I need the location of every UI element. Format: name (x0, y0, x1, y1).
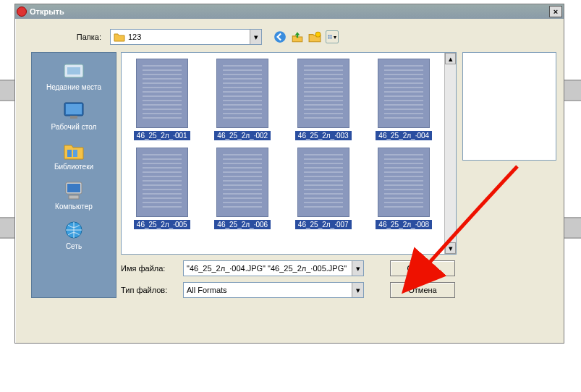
place-label: Компьютер (55, 203, 93, 210)
folder-label: Папка: (22, 33, 106, 41)
file-item[interactable]: 46_25_2л_·002 (205, 59, 281, 140)
file-list[interactable]: 46_25_2л_·001 46_25_2л_·002 46_25_2л_·00… (121, 52, 457, 255)
folder-icon (114, 31, 125, 43)
filetype-value: All Formats (184, 286, 352, 294)
desktop-icon (62, 100, 86, 122)
filename-value: "46_25_2л_·004.JPG" "46_25_2л_·005.JPG" (184, 264, 352, 273)
svg-rect-5 (331, 38, 332, 39)
svg-rect-14 (67, 184, 80, 192)
place-label: Рабочий стол (51, 123, 97, 131)
file-item[interactable]: 46_25_2л_·006 (205, 148, 281, 229)
up-icon[interactable] (291, 30, 304, 43)
network-icon (62, 219, 86, 241)
svg-rect-15 (69, 195, 79, 199)
open-dialog: Открыть × Папка: 123 ▾ ▾ Недавние места (14, 4, 564, 344)
computer-icon (62, 179, 86, 201)
close-button[interactable]: × (549, 6, 562, 17)
back-icon[interactable] (273, 30, 287, 43)
open-button[interactable]: Открыть (390, 260, 455, 276)
svg-point-1 (315, 32, 321, 37)
file-item[interactable]: 46_25_2л_·003 (286, 59, 361, 140)
filetype-label: Тип файлов: (121, 286, 177, 294)
place-label: Недавние места (46, 83, 101, 91)
titlebar: Открыть × (15, 4, 564, 19)
folder-value: 123 (128, 33, 250, 41)
view-menu-icon[interactable]: ▾ (326, 30, 339, 43)
svg-rect-3 (331, 35, 332, 37)
libraries-icon (62, 140, 86, 161)
scroll-up-icon[interactable]: ▴ (445, 53, 456, 64)
preview-pane (462, 52, 556, 161)
file-item[interactable]: 46_25_2л_·004 (367, 59, 442, 140)
folder-combo[interactable]: 123 ▾ (110, 29, 262, 45)
chevron-down-icon[interactable]: ▾ (352, 283, 363, 297)
svg-rect-10 (70, 116, 77, 119)
filename-input[interactable]: "46_25_2л_·004.JPG" "46_25_2л_·005.JPG" … (183, 260, 364, 276)
svg-point-0 (274, 31, 286, 43)
place-computer[interactable]: Компьютер (32, 176, 116, 213)
place-label: Библиотеки (54, 163, 93, 171)
file-item[interactable]: 46_25_2л_·001 (124, 59, 200, 140)
svg-rect-9 (66, 104, 82, 114)
chevron-down-icon[interactable]: ▾ (250, 30, 261, 44)
filetype-select[interactable]: All Formats ▾ (183, 282, 364, 298)
file-item[interactable]: 46_25_2л_·005 (124, 148, 200, 229)
close-icon: × (554, 7, 558, 16)
recent-icon (62, 60, 86, 82)
new-folder-icon[interactable] (308, 30, 321, 43)
svg-rect-4 (328, 38, 330, 39)
place-label: Сеть (66, 242, 82, 250)
place-network[interactable]: Сеть (32, 216, 116, 253)
places-bar: Недавние места Рабочий стол Библиотеки К… (31, 52, 116, 298)
svg-rect-7 (67, 67, 80, 74)
app-icon (17, 7, 27, 17)
svg-rect-2 (328, 35, 330, 37)
place-desktop[interactable]: Рабочий стол (32, 97, 116, 134)
scrollbar[interactable]: ▴ ▾ (444, 53, 456, 254)
place-libraries[interactable]: Библиотеки (32, 137, 116, 174)
place-recent[interactable]: Недавние места (32, 57, 116, 94)
chevron-down-icon[interactable]: ▾ (352, 261, 363, 276)
filename-label: Имя файла: (121, 264, 177, 273)
scroll-down-icon[interactable]: ▾ (445, 242, 456, 254)
svg-rect-12 (73, 150, 77, 157)
dialog-title: Открыть (30, 7, 64, 16)
file-item[interactable]: 46_25_2л_·007 (286, 148, 361, 229)
file-item[interactable]: 46_25_2л_·008 (367, 148, 442, 229)
cancel-button[interactable]: Отмена (390, 282, 455, 298)
svg-rect-11 (67, 150, 72, 157)
